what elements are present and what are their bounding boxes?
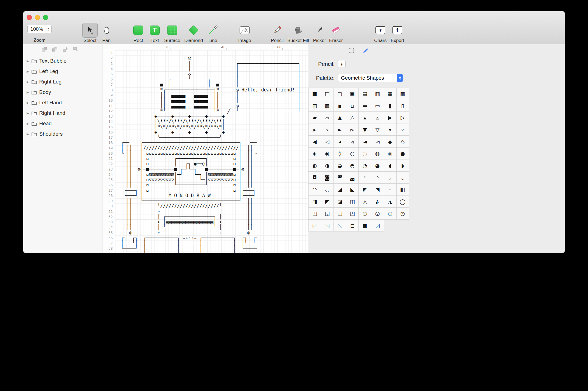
palette-char-cell[interactable]: ◿	[371, 220, 384, 232]
palette-char-cell[interactable]: ◫	[346, 196, 359, 208]
zoom-stepper-arrows-icon[interactable]: ▴▾	[46, 25, 51, 33]
palette-char-cell[interactable]: ◻	[346, 220, 359, 232]
palette-char-cell[interactable]: ◍	[371, 148, 384, 160]
palette-char-cell[interactable]: ◧	[397, 184, 409, 196]
palette-char-cell[interactable]: ▹	[321, 124, 334, 136]
palette-char-cell[interactable]: ◭	[371, 196, 384, 208]
palette-char-cell[interactable]: ◈	[309, 148, 321, 160]
palette-char-cell[interactable]: ▷	[397, 112, 409, 124]
palette-char-cell[interactable]: ◳	[346, 208, 359, 220]
disclosure-triangle-icon[interactable]: ▶	[27, 132, 32, 136]
palette-char-cell[interactable]: ◷	[397, 208, 409, 220]
palette-char-cell[interactable]: ◖	[384, 160, 397, 172]
layer-list-item[interactable]: ▶ Right Leg	[23, 77, 103, 87]
palette-char-cell[interactable]: ◲	[334, 208, 346, 220]
palette-char-cell[interactable]: ◀	[309, 136, 321, 148]
zoom-stepper-control[interactable]: 100% ▴▾	[27, 25, 52, 33]
palette-char-cell[interactable]: ◐	[309, 160, 321, 172]
palette-char-cell[interactable]: ▫	[346, 100, 359, 112]
palette-char-cell[interactable]: ▲	[334, 112, 346, 124]
palette-char-cell[interactable]: ▣	[346, 88, 359, 100]
disclosure-triangle-icon[interactable]: ▶	[27, 101, 32, 105]
layer-list-item[interactable]: ▶ Left Leg	[23, 66, 103, 77]
disclosure-triangle-icon[interactable]: ▶	[27, 59, 32, 63]
palette-char-cell[interactable]: ◣	[346, 184, 359, 196]
palette-char-cell[interactable]: ◚	[334, 172, 346, 184]
palette-char-cell[interactable]: ▢	[334, 88, 346, 100]
palette-char-cell[interactable]: ▻	[346, 124, 359, 136]
palette-char-cell[interactable]: ▧	[397, 88, 409, 100]
palette-char-cell[interactable]: ▽	[371, 124, 384, 136]
palette-char-cell[interactable]: ▼	[359, 124, 371, 136]
palette-char-cell[interactable]: ◕	[371, 160, 384, 172]
palette-char-cell[interactable]: ◌	[359, 148, 371, 160]
palette-char-cell[interactable]: ◱	[321, 208, 334, 220]
tool-export[interactable]: ↑ Export	[385, 23, 410, 43]
palette-char-cell[interactable]: ▮	[384, 100, 397, 112]
palette-char-cell[interactable]: ▰	[309, 112, 321, 124]
palette-char-cell[interactable]: ▬	[359, 100, 371, 112]
palette-char-cell[interactable]: ◇	[397, 136, 409, 148]
send-backward-icon[interactable]	[73, 47, 79, 53]
palette-char-cell[interactable]: ◮	[384, 196, 397, 208]
palette-char-cell[interactable]: ▴	[359, 112, 371, 124]
layer-list-item[interactable]: ▶ Text Bubble	[23, 56, 103, 66]
palette-char-cell[interactable]: ◉	[321, 148, 334, 160]
palette-char-cell[interactable]: ◝	[371, 172, 384, 184]
disclosure-triangle-icon[interactable]: ▶	[27, 80, 32, 84]
palette-char-cell[interactable]: ◯	[397, 196, 409, 208]
bring-forward-icon[interactable]	[62, 47, 68, 53]
tool-line[interactable]: Line	[200, 23, 225, 43]
palette-char-cell[interactable]: □	[321, 88, 334, 100]
pencil-char-well[interactable]: *	[338, 60, 346, 68]
layer-list-item[interactable]: ▶ Shoulders	[23, 129, 103, 139]
bring-to-front-icon[interactable]	[52, 47, 58, 53]
palette-char-cell[interactable]: ◩	[321, 196, 334, 208]
palette-char-cell[interactable]: ▥	[371, 88, 384, 100]
palette-char-cell[interactable]: ◂	[334, 136, 346, 148]
canvas-ascii-art[interactable]: ◎ │ ┌─────────────────────┐ │ │ │ ◇ │	[115, 50, 301, 253]
palette-char-cell[interactable]: ▿	[397, 124, 409, 136]
palette-char-cell[interactable]: ◔	[359, 160, 371, 172]
palette-char-cell[interactable]: ◃	[346, 136, 359, 148]
palette-char-cell[interactable]: ◜	[359, 172, 371, 184]
palette-char-cell[interactable]: ◥	[371, 184, 384, 196]
palette-char-cell[interactable]: ◦	[384, 184, 397, 196]
minimize-button[interactable]	[35, 15, 40, 20]
fullscreen-button[interactable]	[43, 15, 48, 20]
palette-char-cell[interactable]: ◴	[359, 208, 371, 220]
palette-char-cell[interactable]: ◶	[384, 208, 397, 220]
tab-object-icon[interactable]	[349, 48, 355, 55]
palette-char-cell[interactable]: ▯	[397, 100, 409, 112]
tool-image[interactable]: Image	[232, 23, 257, 43]
palette-char-cell[interactable]: ◤	[359, 184, 371, 196]
palette-char-cell[interactable]: ◊	[334, 148, 346, 160]
palette-char-cell[interactable]: ◁	[321, 136, 334, 148]
palette-char-cell[interactable]: ◛	[346, 172, 359, 184]
palette-char-cell[interactable]: ◑	[321, 160, 334, 172]
palette-char-cell[interactable]: ◆	[384, 136, 397, 148]
palette-char-cell[interactable]: ◰	[309, 208, 321, 220]
layer-list-item[interactable]: ▶ Body	[23, 87, 103, 97]
palette-char-cell[interactable]: ▾	[384, 124, 397, 136]
palette-char-cell[interactable]: ◪	[334, 196, 346, 208]
disclosure-triangle-icon[interactable]: ▶	[27, 70, 32, 73]
palette-char-cell[interactable]: ▵	[371, 112, 384, 124]
palette-char-cell[interactable]: △	[346, 112, 359, 124]
tool-surface[interactable]: Surface	[160, 23, 185, 43]
palette-char-cell[interactable]: ◓	[346, 160, 359, 172]
layer-list-item[interactable]: ▶ Left Hand	[23, 97, 103, 108]
palette-char-cell[interactable]: ◡	[321, 184, 334, 196]
palette-char-cell[interactable]: ◬	[359, 196, 371, 208]
palette-char-cell[interactable]: ◄	[359, 136, 371, 148]
palette-char-cell[interactable]: ○	[346, 148, 359, 160]
palette-char-cell[interactable]: ■	[309, 88, 321, 100]
palette-char-cell[interactable]: ▩	[321, 100, 334, 112]
palette-char-cell[interactable]: ◘	[309, 172, 321, 184]
palette-char-cell[interactable]: ▭	[371, 100, 384, 112]
palette-char-cell[interactable]: ◸	[309, 220, 321, 232]
palette-char-cell[interactable]: ▱	[321, 112, 334, 124]
palette-select[interactable]: Geometric Shapes	[338, 74, 403, 82]
palette-char-cell[interactable]: ▦	[384, 88, 397, 100]
palette-char-cell[interactable]: ◵	[371, 208, 384, 220]
